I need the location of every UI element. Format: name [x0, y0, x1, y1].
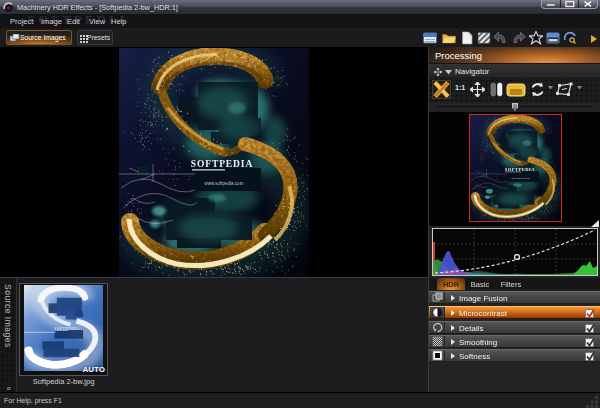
- svg-text:SOFTPEDIA: SOFTPEDIA: [54, 327, 79, 331]
- svg-text:SOFTPEDIA: SOFTPEDIA: [191, 159, 253, 169]
- svg-text:www.softpedia.com: www.softpedia.com: [205, 181, 244, 186]
